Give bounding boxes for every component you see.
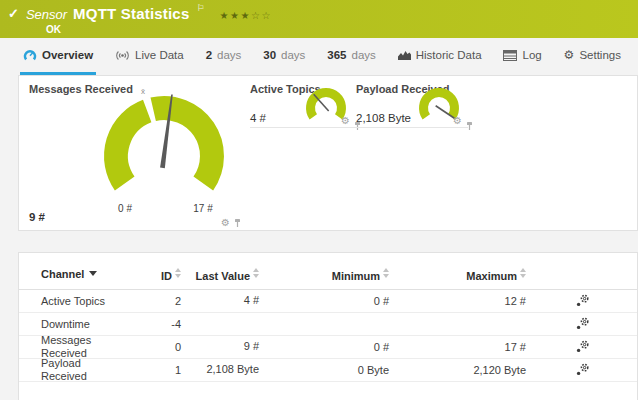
cell-last-value: 4 # [181, 294, 259, 308]
tab-365-days[interactable]: 365days [324, 38, 378, 75]
sort-arrows-icon [520, 268, 526, 278]
sensor-header: ✓ Sensor MQTT Statistics ⚐ ★★★☆☆ OK [0, 0, 638, 38]
tab-bar: OverviewLive Data2days30days365daysHisto… [0, 38, 638, 75]
cell-channel[interactable]: Active Topics [19, 295, 129, 308]
primary-gauge: x̄0 #17 # [89, 84, 239, 218]
edit-channel-settings-icon[interactable] [576, 294, 590, 309]
gear-icon[interactable]: ⚙ [221, 218, 230, 228]
column-header-channel[interactable]: Channel [19, 268, 129, 281]
gear-icon[interactable]: ⚙ [341, 116, 350, 126]
column-header-id[interactable]: ID [129, 268, 181, 282]
cell-minimum: 0 # [259, 295, 389, 307]
cell-id: 1 [129, 364, 181, 376]
table-row[interactable]: Messages Received09 #0 #17 # [19, 336, 637, 359]
gauge-value: 2,108 Byte [356, 112, 411, 124]
log-icon [503, 50, 517, 61]
cell-id: 0 [129, 341, 181, 353]
object-kind-label: Sensor [26, 7, 67, 22]
average-marker: x̄ [141, 87, 145, 96]
column-header-maximum[interactable]: Maximum [389, 268, 526, 282]
table-row[interactable]: Active Topics24 #0 #12 # [19, 290, 637, 313]
gauge-cell-payload-received: Payload Received 2,108 Byte ⚙ [356, 82, 468, 128]
tab-log[interactable]: Log [500, 38, 544, 75]
cell-minimum: 0 Byte [259, 364, 389, 376]
live-data-icon [115, 50, 130, 61]
column-header-minimum[interactable]: Minimum [259, 268, 389, 282]
prtg-sensor-page: ✓ Sensor MQTT Statistics ⚐ ★★★☆☆ OK Over… [0, 0, 638, 400]
priority-stars[interactable]: ★★★☆☆ [220, 10, 272, 21]
channels-panel: Channel ID Last Value Minimum Maximum Ac… [18, 252, 638, 400]
gauge-cell-active-topics: Active Topics 4 # ⚙ [250, 82, 356, 128]
cell-id: -4 [129, 318, 181, 330]
cell-last-value: 9 # [181, 340, 259, 354]
edit-channel-settings-icon[interactable] [576, 363, 590, 378]
tab-settings[interactable]: ⚙Settings [561, 38, 624, 75]
table-row[interactable]: Downtime-4 [19, 313, 637, 336]
gauge-value: 4 # [250, 112, 266, 124]
gauges-panel: Messages Received x̄0 #17 # 9 # ⚙ Active… [18, 75, 638, 231]
table-header: Channel ID Last Value Minimum Maximum [19, 253, 637, 290]
gear-icon: ⚙ [564, 49, 575, 61]
gauge-max-label: 17 # [193, 203, 213, 214]
gear-icon[interactable]: ⚙ [453, 116, 462, 126]
tab-live-data[interactable]: Live Data [112, 38, 187, 75]
pin-icon[interactable] [234, 214, 241, 232]
status-badge: OK [46, 24, 272, 35]
column-header-last-value[interactable]: Last Value [181, 268, 259, 283]
chart-icon [398, 50, 411, 60]
status-check-icon: ✓ [8, 6, 19, 21]
tab-30-days[interactable]: 30days [260, 38, 308, 75]
cell-channel[interactable]: Payload Received [19, 357, 129, 383]
tab-overview[interactable]: Overview [20, 38, 96, 75]
cell-channel[interactable]: Downtime [19, 318, 129, 331]
cell-maximum: 2,120 Byte [389, 364, 526, 376]
edit-channel-settings-icon[interactable] [576, 317, 590, 332]
flag-icon[interactable]: ⚐ [196, 3, 204, 13]
cell-last-value: 2,108 Byte [181, 363, 259, 377]
gauge-tools: ⚙ [453, 116, 466, 126]
primary-gauge-value: 9 # [29, 211, 45, 223]
tab-historic-data[interactable]: Historic Data [395, 38, 485, 75]
gauge-min-label: 0 # [118, 203, 132, 214]
gauge-icon [23, 49, 37, 61]
cell-maximum: 17 # [389, 341, 526, 353]
table-row[interactable]: Payload Received12,108 Byte0 Byte2,120 B… [19, 359, 637, 382]
edit-channel-settings-icon[interactable] [576, 340, 590, 355]
cell-maximum: 12 # [389, 295, 526, 307]
sort-caret-icon [89, 271, 97, 276]
page-title: MQTT Statistics [73, 5, 189, 22]
gauge-tools: ⚙ [341, 116, 354, 126]
cell-minimum: 0 # [259, 341, 389, 353]
primary-gauge-tools: ⚙ [221, 214, 241, 232]
table-body: Active Topics24 #0 #12 #Downtime-4Messag… [19, 290, 637, 382]
tab-2-days[interactable]: 2days [203, 38, 245, 75]
cell-id: 2 [129, 295, 181, 307]
